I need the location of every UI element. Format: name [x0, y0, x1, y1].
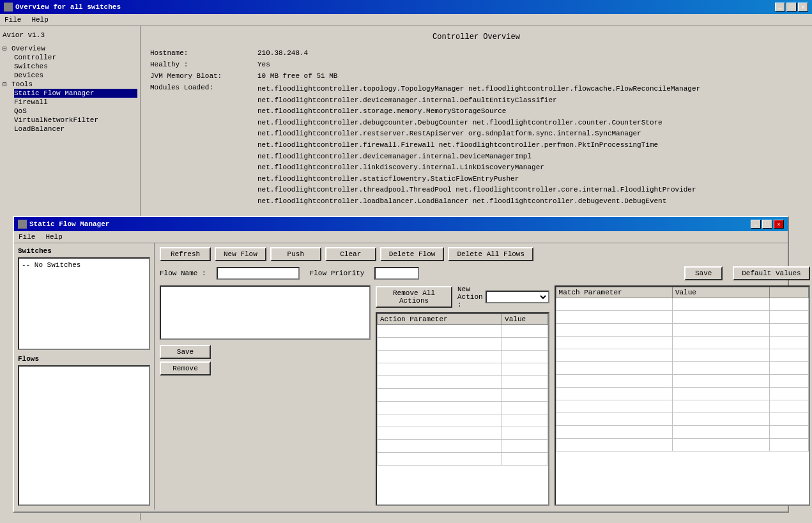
sfm-menu-help[interactable]: Help — [43, 232, 64, 241]
modules-list: net.floodlightcontroller.topology.Topolo… — [257, 84, 700, 208]
flow-name-input[interactable] — [217, 267, 300, 280]
sfm-switches-list[interactable]: -- No Switches — [18, 257, 150, 350]
sfm-window: Static Flow Manager _ □ ✕ File Help Swit… — [13, 216, 789, 513]
sidebar-item-qos[interactable]: QoS — [14, 107, 137, 116]
module-item: net.floodlightcontroller.threadpool.Thre… — [257, 185, 700, 196]
sfm-action-panel: Remove All Actions New Action : — [376, 285, 549, 506]
table-row — [378, 363, 548, 376]
sfm-action-controls: Remove All Actions New Action : — [376, 285, 549, 308]
sfm-main-area: Refresh New Flow Push Clear Delete Flow … — [155, 243, 812, 510]
flow-name-label: Flow Name : — [160, 269, 206, 277]
sfm-middle-area: Save Remove Remove All Actions New Actio… — [160, 285, 810, 506]
sfm-window-icon — [18, 220, 27, 229]
table-row — [556, 400, 808, 413]
jvm-value: 10 MB free of 51 MB — [257, 72, 337, 80]
table-row — [556, 337, 808, 349]
default-values-button[interactable]: Default Values — [733, 266, 809, 280]
sidebar-sfm-label: Static Flow Manager — [14, 89, 94, 97]
healthy-label: Healthy : — [150, 61, 252, 68]
sidebar-tools-label: Tools — [11, 80, 33, 88]
healthy-value: Yes — [257, 61, 270, 68]
table-row — [556, 362, 808, 375]
overview-title: Controller Overview — [150, 33, 802, 42]
action-param-header: Action Parameter — [378, 314, 502, 325]
sfm-form-row: Flow Name : Flow Priority Save Default V… — [160, 266, 810, 280]
table-row — [556, 413, 808, 426]
sidebar-item-vnf[interactable]: VirtualNetworkFilter — [14, 116, 137, 125]
push-button[interactable]: Push — [270, 247, 321, 261]
maximize-button[interactable]: □ — [786, 3, 797, 11]
module-item: net.floodlightcontroller.debugcounter.De… — [257, 117, 700, 129]
modules-label: Modules Loaded: — [150, 84, 252, 208]
main-window-icon — [4, 3, 13, 11]
action-save-button[interactable]: Save — [160, 345, 211, 359]
action-param-table: Action Parameter Value — [377, 314, 548, 466]
table-row — [378, 376, 548, 389]
sidebar-item-overview[interactable]: ⊟ Overview — [3, 44, 137, 53]
match-param-table: Match Parameter Value — [556, 287, 809, 451]
new-action-label: New Action : — [457, 285, 483, 308]
sfm-menu-file[interactable]: File — [17, 232, 37, 241]
version-label: Avior v1.3 — [3, 31, 137, 39]
sidebar-item-devices[interactable]: Devices — [14, 71, 137, 80]
new-action-select[interactable] — [486, 291, 549, 303]
table-row — [556, 324, 808, 337]
flow-priority-label: Flow Priority — [310, 269, 365, 277]
module-item: net.floodlightcontroller.restserver.Rest… — [257, 128, 700, 140]
flow-priority-input[interactable] — [374, 267, 419, 280]
sidebar-controller-label: Controller — [14, 54, 56, 61]
main-window-title: Overview for all switches — [15, 3, 121, 11]
match-param-header: Match Parameter — [556, 287, 672, 298]
sfm-flows-list[interactable] — [18, 365, 150, 506]
modules-row: Modules Loaded: net.floodlightcontroller… — [150, 84, 802, 208]
menu-help[interactable]: Help — [29, 15, 50, 24]
jvm-row: JVM Memory Bloat: 10 MB free of 51 MB — [150, 72, 802, 80]
match-value-header: Value — [672, 287, 769, 298]
sidebar-item-controller[interactable]: Controller — [14, 53, 137, 62]
main-title-bar: Overview for all switches _ □ ✕ — [0, 0, 812, 14]
sfm-left-panel: Save Remove — [160, 285, 371, 506]
sidebar-item-firewall[interactable]: Firewall — [14, 98, 137, 107]
table-row — [556, 311, 808, 324]
remove-all-actions-button[interactable]: Remove All Actions — [376, 286, 452, 308]
table-row — [378, 389, 548, 402]
sidebar-qos-label: QoS — [14, 107, 27, 115]
sidebar-item-staticflowmanager[interactable]: Static Flow Manager — [14, 89, 137, 98]
form-save-button[interactable]: Save — [684, 266, 723, 280]
table-row — [556, 388, 808, 400]
clear-button[interactable]: Clear — [325, 247, 376, 261]
refresh-button[interactable]: Refresh — [160, 247, 211, 261]
sidebar-item-switches[interactable]: Switches — [14, 62, 137, 71]
sfm-flow-preview — [160, 285, 371, 340]
healthy-row: Healthy : Yes — [150, 61, 802, 68]
sfm-close-button[interactable]: ✕ — [774, 220, 784, 229]
sidebar-item-tools[interactable]: ⊟ Tools — [3, 80, 137, 89]
module-item: net.floodlightcontroller.linkdiscovery.i… — [257, 162, 700, 174]
sfm-minimize-button[interactable]: _ — [751, 220, 761, 229]
table-row — [378, 427, 548, 440]
delete-all-flows-button[interactable]: Delete All Flows — [448, 247, 533, 261]
close-button[interactable]: ✕ — [798, 3, 808, 11]
table-row — [378, 453, 548, 466]
table-row — [556, 439, 808, 451]
sfm-new-action-row: New Action : — [457, 285, 549, 308]
module-item: net.floodlightcontroller.staticflowentry… — [257, 174, 700, 185]
action-value-header: Value — [502, 314, 548, 325]
sfm-action-table: Action Parameter Value — [376, 312, 549, 506]
sfm-maximize-button[interactable]: □ — [762, 220, 772, 229]
module-item: net.floodlightcontroller.loadbalancer.Lo… — [257, 196, 700, 208]
action-remove-button[interactable]: Remove — [160, 361, 211, 375]
hostname-label: Hostname: — [150, 49, 252, 57]
minimize-button[interactable]: _ — [775, 3, 785, 11]
table-row — [378, 325, 548, 338]
sidebar-item-loadbalancer[interactable]: LoadBalancer — [14, 125, 137, 133]
new-flow-button[interactable]: New Flow — [215, 247, 266, 261]
sfm-menu-bar: File Help — [14, 231, 788, 243]
menu-file[interactable]: File — [3, 15, 23, 24]
main-window-controls: _ □ ✕ — [775, 3, 808, 11]
sfm-content: Switches -- No Switches Flows Refresh Ne… — [14, 243, 788, 510]
sidebar-vnf-label: VirtualNetworkFilter — [14, 116, 98, 124]
sidebar-devices-label: Devices — [14, 72, 43, 79]
delete-flow-button[interactable]: Delete Flow — [380, 247, 445, 261]
table-row — [556, 426, 808, 439]
